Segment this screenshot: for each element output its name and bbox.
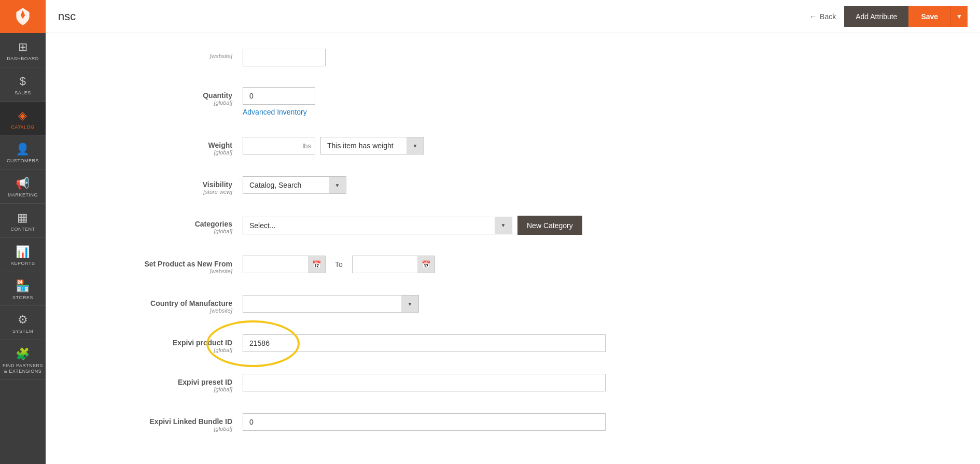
new-category-button[interactable]: New Category: [517, 216, 582, 235]
set-product-new-controls: 📅 To 📅: [243, 256, 959, 273]
date-from-wrap: 📅: [243, 256, 326, 273]
expivi-linked-bundle-id-label-group: Expivi Linked Bundle ID [global]: [97, 413, 243, 432]
save-dropdown-button[interactable]: ▼: [950, 6, 968, 27]
add-attribute-button[interactable]: Add Attribute: [844, 6, 908, 27]
back-arrow-icon: ←: [809, 12, 817, 21]
expivi-product-id-label-group: Expivi product ID [global]: [97, 334, 243, 353]
quantity-label-group: Quantity [global]: [97, 87, 243, 106]
sidebar-item-catalog[interactable]: ◈ CATALOG: [0, 102, 46, 136]
website-scope: [website]: [97, 53, 232, 59]
date-to-calendar-button[interactable]: 📅: [417, 256, 435, 273]
country-row: Country of Manufacture [website]: [97, 290, 959, 319]
sidebar-item-marketing[interactable]: 📢 MARKETING: [0, 170, 46, 204]
country-select[interactable]: [243, 295, 419, 313]
expivi-preset-id-row: Expivi preset ID [global]: [97, 369, 959, 398]
country-select-wrap: [243, 295, 419, 313]
weight-input[interactable]: [243, 137, 315, 154]
customers-icon: 👤: [16, 143, 30, 156]
sidebar-item-label: SYSTEM: [12, 329, 33, 334]
expivi-product-id-input[interactable]: [243, 334, 606, 352]
sidebar-item-partners[interactable]: 🧩 FIND PARTNERS & EXTENSIONS: [0, 340, 46, 380]
expivi-preset-id-scope: [global]: [97, 386, 232, 392]
calendar-icon: 📅: [422, 260, 430, 269]
sidebar-item-system[interactable]: ⚙ SYSTEM: [0, 306, 46, 340]
sidebar-item-label: CONTENT: [11, 227, 35, 232]
visibility-row: Visibility [store view] Not Visible Indi…: [97, 171, 959, 200]
topbar-actions: ← Back Add Attribute Save ▼: [809, 6, 968, 27]
weight-input-wrap: lbs: [243, 137, 315, 154]
sidebar-item-reports[interactable]: 📊 REPORTS: [0, 238, 46, 272]
visibility-label-group: Visibility [store view]: [97, 176, 243, 195]
categories-select[interactable]: Select...: [243, 217, 512, 234]
sidebar-item-dashboard[interactable]: ⊞ DASHBOARD: [0, 33, 46, 67]
quantity-row: Quantity [global] Advanced Inventory: [97, 82, 959, 121]
sidebar-item-label: STORES: [12, 295, 33, 301]
expivi-product-id-controls: [243, 334, 959, 352]
website-input[interactable]: [243, 49, 326, 66]
catalog-icon: ◈: [18, 109, 27, 122]
sidebar-item-label: DASHBOARD: [7, 56, 39, 62]
set-product-new-label: Set Product as New From: [97, 260, 232, 268]
partners-icon: 🧩: [16, 347, 30, 361]
save-button[interactable]: Save: [908, 6, 950, 27]
quantity-input[interactable]: [243, 87, 315, 105]
advanced-inventory-link[interactable]: Advanced Inventory: [243, 108, 307, 116]
website-label-group: [website]: [97, 49, 243, 59]
weight-controls: lbs This item has weight This item has n…: [243, 137, 959, 154]
set-product-new-row: Set Product as New From [website] 📅 To: [97, 250, 959, 279]
sidebar-item-label: FIND PARTNERS & EXTENSIONS: [2, 363, 44, 374]
page-title: nsc: [58, 10, 809, 23]
weight-type-select[interactable]: This item has weight This item has no we…: [320, 137, 424, 154]
sidebar-item-content[interactable]: ▦ CONTENT: [0, 204, 46, 238]
back-button[interactable]: ← Back: [809, 12, 836, 21]
sidebar-item-label: MARKETING: [8, 192, 38, 198]
sidebar-item-label: CATALOG: [11, 124, 34, 130]
website-row: [website]: [97, 44, 959, 72]
marketing-icon: 📢: [16, 177, 30, 190]
visibility-scope: [store view]: [97, 189, 232, 195]
quantity-label: Quantity: [97, 91, 232, 100]
expivi-preset-id-label-group: Expivi preset ID [global]: [97, 374, 243, 392]
country-label: Country of Manufacture: [97, 299, 232, 307]
categories-scope: [global]: [97, 228, 232, 234]
expivi-preset-id-label: Expivi preset ID: [97, 378, 232, 386]
expivi-linked-bundle-id-controls: [243, 413, 959, 431]
expivi-product-id-label: Expivi product ID: [97, 339, 232, 347]
sidebar-item-label: REPORTS: [11, 261, 35, 266]
calendar-icon: 📅: [312, 260, 321, 269]
quantity-scope: [global]: [97, 100, 232, 106]
weight-scope: [global]: [97, 149, 232, 156]
sales-icon: $: [20, 75, 26, 88]
quantity-controls: Advanced Inventory: [243, 87, 959, 116]
country-controls: [243, 295, 959, 313]
topbar: nsc ← Back Add Attribute Save ▼: [46, 0, 980, 33]
stores-icon: 🏪: [16, 279, 30, 293]
website-controls: [243, 49, 959, 66]
categories-row: Categories [global] Select... New Catego…: [97, 210, 959, 240]
visibility-controls: Not Visible Individually Catalog Search …: [243, 176, 959, 194]
date-to-wrap: 📅: [352, 256, 435, 273]
expivi-linked-bundle-id-input[interactable]: [243, 413, 606, 431]
logo: [0, 0, 46, 33]
categories-controls: Select... New Category: [243, 216, 959, 235]
visibility-select-wrap: Not Visible Individually Catalog Search …: [243, 176, 346, 194]
back-label: Back: [820, 12, 836, 21]
visibility-label: Visibility: [97, 180, 232, 189]
main-content: nsc ← Back Add Attribute Save ▼ [website…: [46, 0, 980, 464]
sidebar: ⊞ DASHBOARD $ SALES ◈ CATALOG 👤 CUSTOMER…: [0, 0, 46, 464]
expivi-linked-bundle-id-scope: [global]: [97, 426, 232, 432]
reports-icon: 📊: [16, 245, 30, 259]
expivi-preset-id-controls: [243, 374, 959, 391]
sidebar-item-stores[interactable]: 🏪 STORES: [0, 272, 46, 306]
system-icon: ⚙: [18, 313, 29, 327]
content-area: [website] Quantity [global] Advanced Inv…: [46, 33, 980, 464]
weight-row: Weight [global] lbs This item has weight…: [97, 132, 959, 161]
visibility-select[interactable]: Not Visible Individually Catalog Search …: [243, 176, 346, 194]
expivi-product-id-row: Expivi product ID [global]: [97, 329, 959, 358]
sidebar-item-sales[interactable]: $ SALES: [0, 67, 46, 102]
categories-label-group: Categories [global]: [97, 216, 243, 234]
expivi-linked-bundle-id-label: Expivi Linked Bundle ID: [97, 417, 232, 426]
date-from-calendar-button[interactable]: 📅: [308, 256, 326, 273]
sidebar-item-customers[interactable]: 👤 CUSTOMERS: [0, 135, 46, 170]
expivi-preset-id-input[interactable]: [243, 374, 606, 391]
